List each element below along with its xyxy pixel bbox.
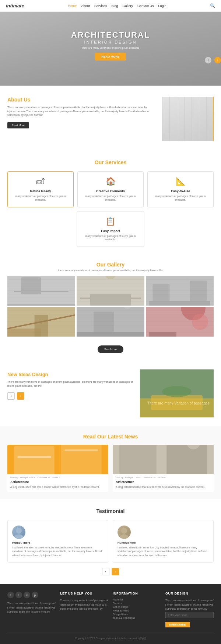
pinterest-icon[interactable]: p xyxy=(32,592,38,598)
news-card-title-2: Artictecture xyxy=(113,479,214,485)
svg-rect-11 xyxy=(190,281,207,301)
svg-point-40 xyxy=(121,528,127,534)
services-title: Our Services xyxy=(7,159,214,165)
footer-link-shape[interactable]: Get an shape xyxy=(113,606,161,608)
news-share-2: Share 9 xyxy=(158,476,165,479)
svg-rect-8 xyxy=(146,276,214,306)
twitter-icon[interactable]: t xyxy=(15,592,22,598)
gallery-item-4[interactable] xyxy=(7,307,75,337)
gallery-item-1[interactable] xyxy=(7,276,75,306)
svg-rect-31 xyxy=(61,445,102,474)
hero-next-button[interactable]: › xyxy=(214,57,221,63)
newideas-image: There are many Variation of passages xyxy=(140,369,214,417)
nav-contact[interactable]: Contact Us xyxy=(137,4,154,8)
footer-info-col: INFORMATION About Us Careers Get an shap… xyxy=(113,592,161,627)
creative-icon: 🏠 xyxy=(81,177,140,186)
logo: intimate xyxy=(6,3,24,8)
svg-rect-16 xyxy=(77,307,144,337)
news-section: Read Our Latest News Post By : limelight… xyxy=(0,426,221,499)
svg-rect-9 xyxy=(149,301,210,306)
footer-subscribe-button[interactable]: SUBSCRIBE xyxy=(165,622,190,627)
gallery-item-6[interactable] xyxy=(146,307,214,337)
nav-about[interactable]: About xyxy=(81,4,90,8)
linkedin-icon[interactable]: in xyxy=(24,592,30,598)
svg-rect-1 xyxy=(14,291,68,292)
retina-icon: 🛋 xyxy=(11,177,70,186)
gallery-title: Our Gallery xyxy=(7,262,214,268)
svg-rect-3 xyxy=(7,304,75,306)
facebook-icon[interactable]: f xyxy=(7,592,14,598)
hero-title: ARCHITECTURAL xyxy=(71,30,150,40)
testimonial-next-button[interactable]: › xyxy=(112,568,119,575)
nav-services[interactable]: Services xyxy=(94,4,107,8)
svg-point-38 xyxy=(16,528,22,534)
testimonial-title: Testimonial xyxy=(7,508,214,514)
retina-desc: many variations of passages of lorem ips… xyxy=(11,194,70,202)
news-card-title-1: Artictecture xyxy=(7,479,108,485)
news-meta-1: Post By : limelight Like 8 Comment 14 Sh… xyxy=(7,474,108,479)
easy-name: Easy-to-Use xyxy=(151,189,210,193)
footer-design-col: OUR DESIGN There are many variot ions of… xyxy=(165,592,214,627)
import-desc: many variations of passages of lorem ips… xyxy=(81,234,141,242)
creative-name: Creative Elements xyxy=(81,189,140,193)
news-like-2: Like 8 xyxy=(135,476,141,479)
svg-rect-7 xyxy=(90,294,131,306)
nav-login[interactable]: Login xyxy=(158,4,166,8)
service-card-easy[interactable]: 📐 Easy-to-Use many variations of passage… xyxy=(147,171,214,207)
newideas-next-button[interactable]: › xyxy=(17,392,24,400)
testimonial-card-2: HumouThere I suffered alteration in some… xyxy=(113,520,214,563)
search-icon[interactable]: 🔍 xyxy=(210,3,215,8)
gallery-see-more-button[interactable]: See More xyxy=(98,345,124,353)
footer-help-text: There are many variot ions of passages o… xyxy=(60,598,108,611)
footer-info-title: INFORMATION xyxy=(113,592,161,595)
hero-prev-button[interactable]: ‹ xyxy=(205,57,211,63)
svg-rect-23 xyxy=(149,332,176,337)
about-title: About Us xyxy=(7,97,155,103)
news-card-desc-1: A long established fact that a reader wi… xyxy=(7,485,108,492)
creative-desc: many variations of passages of lorem ips… xyxy=(81,194,140,202)
footer-link-careers[interactable]: Careers xyxy=(113,602,161,605)
svg-rect-26 xyxy=(151,395,203,410)
newideas-prev-button[interactable]: ‹ xyxy=(7,392,15,400)
nav-blog[interactable]: Blog xyxy=(111,4,118,8)
footer-link-press[interactable]: Press & News xyxy=(113,609,161,612)
nav-home[interactable]: Home xyxy=(68,4,77,8)
news-title: Read Our Latest News xyxy=(7,434,214,440)
hero-read-more-button[interactable]: READ MORE xyxy=(95,53,126,61)
newideas-text-block: New Ideas Design There are many variatio… xyxy=(7,369,134,417)
svg-point-27 xyxy=(162,386,192,397)
services-grid: 🛋 Retina Ready many variations of passag… xyxy=(7,171,214,207)
footer-link-terms[interactable]: Terms & Conditions xyxy=(113,617,161,619)
svg-text:There are many Variation of pa: There are many Variation of passages xyxy=(147,401,210,405)
service-card-creative[interactable]: 🏠 Creative Elements many variations of p… xyxy=(77,171,144,207)
news-like-1: Like 8 xyxy=(29,476,35,479)
import-name: Easy Import xyxy=(81,229,141,233)
svg-rect-0 xyxy=(7,276,75,306)
footer-link-competitions[interactable]: Competitions xyxy=(113,613,161,616)
svg-rect-25 xyxy=(140,399,214,417)
about-text-block: About Us There are many variations of pa… xyxy=(7,97,155,128)
footer-design-text: There are many variot ions of passages o… xyxy=(165,598,214,611)
footer-email-input[interactable] xyxy=(165,612,214,618)
news-comment-2: Comment 14 xyxy=(143,476,155,479)
service-card-import[interactable]: 📋 Easy Import many variations of passage… xyxy=(77,211,145,247)
gallery-item-2[interactable] xyxy=(77,276,144,306)
gallery-item-3[interactable] xyxy=(146,276,214,306)
svg-rect-32 xyxy=(17,456,51,458)
service-card-retina[interactable]: 🛋 Retina Ready many variations of passag… xyxy=(7,171,74,207)
news-card-desc-2: A long established fact that a reader wi… xyxy=(113,485,214,492)
svg-rect-35 xyxy=(119,445,156,474)
footer-link-about[interactable]: About Us xyxy=(113,598,161,601)
testimonial-section: Testimonial HumouThere I suffered altera… xyxy=(0,499,221,585)
about-room-photo xyxy=(162,97,214,141)
gallery-item-5[interactable] xyxy=(77,307,144,337)
services-section: Our Services 🛋 Retina Ready many variati… xyxy=(0,152,221,254)
footer-help-title: LET US HELP YOU xyxy=(60,592,108,595)
news-image-1 xyxy=(7,445,108,474)
svg-point-19 xyxy=(123,307,131,309)
svg-point-21 xyxy=(181,307,206,320)
about-read-more-button[interactable]: Read More xyxy=(7,122,29,128)
testimonial-prev-button[interactable]: ‹ xyxy=(102,568,109,575)
svg-rect-33 xyxy=(64,450,98,451)
nav-gallery[interactable]: Gallery xyxy=(122,4,133,8)
